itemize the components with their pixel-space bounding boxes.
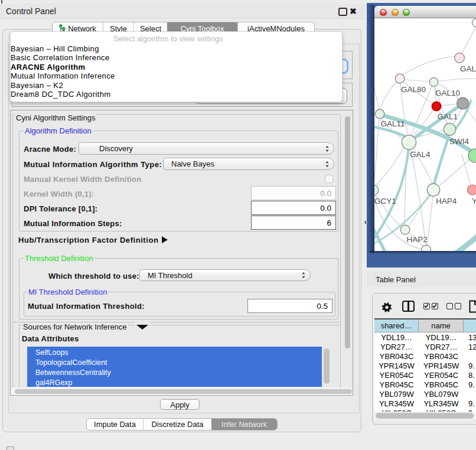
svg-text:GAL: GAL: [460, 64, 476, 73]
svg-text:HAP2: HAP2: [407, 235, 428, 244]
svg-text:GCY1: GCY1: [374, 197, 396, 206]
svg-text:GAL11: GAL11: [381, 119, 405, 128]
svg-text:SWI4: SWI4: [449, 137, 469, 146]
svg-text:GAL4: GAL4: [410, 150, 431, 159]
svg-text:HAP4: HAP4: [436, 197, 457, 206]
svg-text:GAL1: GAL1: [438, 112, 458, 121]
svg-text:GAL10: GAL10: [435, 89, 460, 97]
svg-text:Y: Y: [472, 197, 476, 206]
svg-text:GAL80: GAL80: [401, 85, 426, 94]
